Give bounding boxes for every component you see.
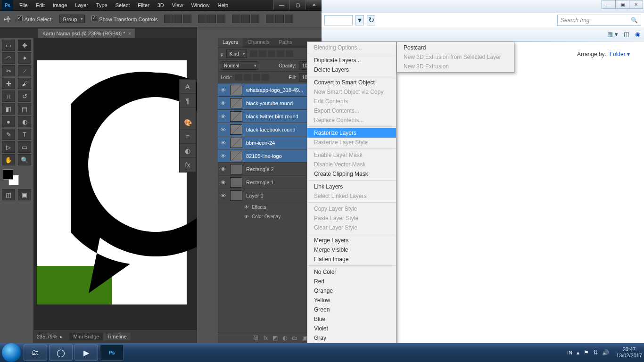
context-item[interactable]: Rasterize Layers [307,128,396,138]
tray-chevron-icon[interactable]: ▴ [577,349,579,356]
stamp-tool[interactable]: ⎍ [2,90,15,102]
visibility-icon[interactable]: 👁 [220,100,226,106]
foreground-swatch[interactable] [3,169,13,180]
swatches-icon[interactable]: 🎨 [180,115,196,130]
adjustments-icon[interactable]: ◐ [180,144,196,158]
breadcrumb-segment[interactable] [324,15,353,25]
context-item[interactable]: Link Layers [307,182,396,191]
taskbar-wmplayer[interactable]: ▶ [74,345,98,361]
window-close-button[interactable]: ✕ [305,0,322,9]
fx-icon[interactable]: fx [264,335,268,341]
explorer-search[interactable]: Search Img 🔍 [557,15,641,26]
document-close-icon[interactable]: × [128,31,131,36]
layer-row[interactable]: 👁whatsapp-logo_318-49... [218,83,322,97]
layer-row[interactable]: 👁black facebook round [218,123,322,136]
menu-help[interactable]: Help [215,1,232,9]
visibility-icon[interactable]: 👁 [220,87,226,93]
layer-row[interactable]: 👁Rectangle 1 [218,176,322,189]
layer-row[interactable]: 👁Layer 0fx ▾ [218,189,322,202]
menu-file[interactable]: File [16,1,31,9]
context-item[interactable]: Merge Visible [307,245,396,255]
move-tool[interactable]: ✥ [18,40,31,51]
layer-row[interactable]: 👁black youtube round [218,97,322,110]
blend-mode[interactable]: Normal [221,61,258,70]
eraser-tool[interactable]: ◧ [2,103,15,115]
context-item[interactable]: No Color [307,267,396,277]
context-item[interactable]: Red [307,277,396,286]
menu-edit[interactable]: Edit [33,1,48,9]
more-icons[interactable] [266,15,293,23]
visibility-icon[interactable]: 👁 [220,114,226,119]
preview-pane-icon[interactable]: ◫ [624,31,629,38]
menu-3d[interactable]: 3D [154,1,167,9]
screenmode-tool[interactable]: ▣ [18,189,31,200]
gradient-tool[interactable]: ▤ [18,103,31,115]
window-minimize-button[interactable]: — [273,0,289,9]
menu-window[interactable]: Window [188,1,213,9]
context-item[interactable]: Duplicate Layers... [307,56,396,65]
link-layers-icon[interactable]: ⛓ [253,335,259,341]
help-icon[interactable]: ◉ [635,31,640,38]
context-item[interactable]: Yellow [307,296,396,305]
visibility-icon[interactable]: 👁 [220,193,226,198]
taskbar-explorer[interactable]: 🗂 [24,345,47,361]
menu-view[interactable]: View [169,1,187,9]
color-swatches[interactable] [2,168,19,185]
adjustment-layer-icon[interactable]: ◐ [282,335,287,341]
history-brush-tool[interactable]: ↺ [18,90,31,102]
effects-header[interactable]: 👁 Effects [218,202,322,212]
menu-image[interactable]: Image [50,1,71,9]
visibility-icon[interactable]: 👁 [220,180,226,185]
context-item[interactable]: Gray [307,333,396,343]
document-area[interactable] [34,38,197,330]
taskbar-photoshop[interactable]: Ps [100,345,124,361]
layer-row[interactable]: 👁82105-line-logo [218,149,322,163]
visibility-icon[interactable]: 👁 [220,140,226,146]
window-maximize-button[interactable]: ▢ [289,0,305,9]
heal-tool[interactable]: ✚ [2,78,15,89]
tab-minibridge[interactable]: Mini Bridge [69,333,103,340]
visibility-icon[interactable]: 👁 [220,153,226,159]
wand-tool[interactable]: ✦ [18,52,31,64]
menu-type[interactable]: Type [93,1,111,9]
menu-filter[interactable]: Filter [134,1,152,9]
lasso-tool[interactable]: ◠ [2,52,15,64]
menu-layer[interactable]: Layer [72,1,91,9]
layer-row[interactable]: 👁black twitter bird round [218,110,322,123]
marquee-tool[interactable]: ▭ [2,40,15,51]
tab-channels[interactable]: Channels [243,38,274,48]
group-icon[interactable]: 🗀 [292,335,297,341]
context-item[interactable]: Blue [307,314,396,324]
crop-tool[interactable]: ✂ [2,65,15,76]
input-language[interactable]: IN [567,350,572,355]
document-tab[interactable]: Kartu Nama.psd @ 236% (RGB/8) * × [38,29,135,38]
distribute-icons[interactable] [198,15,225,23]
visibility-icon[interactable]: 👁 [220,166,226,172]
visibility-icon[interactable]: 👁 [244,205,249,210]
explorer-maximize-button[interactable]: ▣ [615,0,629,9]
shape-tool[interactable]: ▭ [18,141,31,153]
context-item[interactable]: Convert to Smart Object [307,78,396,87]
tab-layers[interactable]: Layers [218,38,243,48]
tray-flag-icon[interactable]: ⚑ [584,349,589,356]
zoom-tool[interactable]: 🔍 [18,154,31,165]
context-item[interactable]: Orange [307,286,396,296]
visibility-icon[interactable]: 👁 [220,127,226,132]
zoom-chevron-icon[interactable]: ▸ [60,334,63,340]
context-item[interactable]: Violet [307,324,396,333]
canvas[interactable] [37,60,187,304]
tray-network-icon[interactable]: ⇅ [593,349,598,356]
explorer-close-button[interactable]: ✕ [629,0,643,9]
context-item[interactable]: Postcard [397,43,514,52]
styles-icon[interactable]: fx [180,158,196,172]
context-item[interactable]: Merge Layers [307,236,396,245]
mask-icon[interactable]: ◩ [272,335,278,341]
layer-row[interactable]: 👁bbm-icon-24 [218,136,322,149]
visibility-icon[interactable]: 👁 [244,214,249,219]
arrange-value[interactable]: Folder ▾ [610,51,630,58]
context-item[interactable]: Delete Layers [307,65,396,74]
tab-timeline[interactable]: Timeline [103,333,130,340]
path-select-tool[interactable]: ▷ [2,141,15,153]
blur-tool[interactable]: ● [2,116,15,127]
start-button[interactable] [2,343,21,362]
